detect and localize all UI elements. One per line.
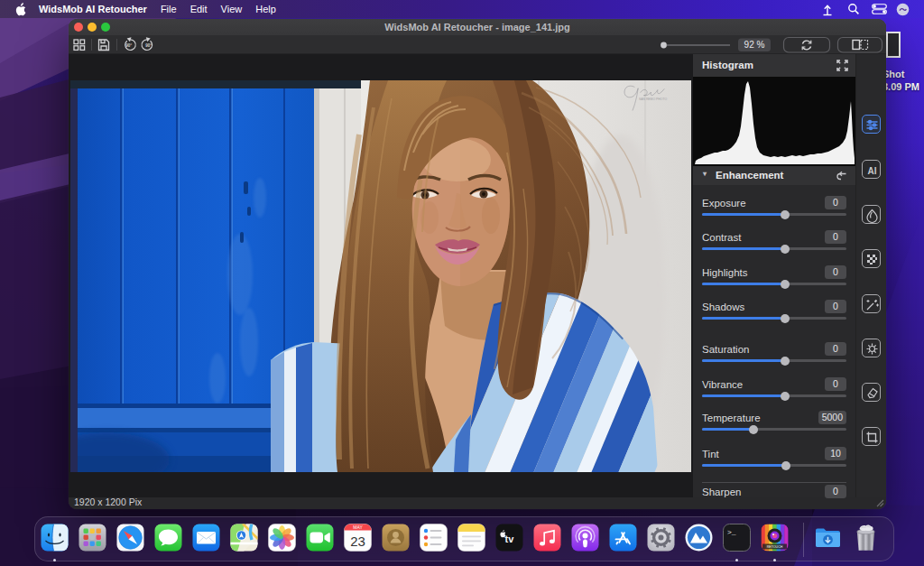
svg-text:tv: tv [504,534,514,544]
svg-text:90°: 90° [125,43,132,48]
svg-text:90°: 90° [145,43,152,48]
svg-text:>_: >_ [727,528,736,536]
svg-text:SAN REMO PHOTO: SAN REMO PHOTO [639,97,667,101]
svg-text:92 %: 92 % [744,40,765,50]
svg-text:MAY: MAY [353,524,363,530]
svg-text:RETOUCH: RETOUCH [766,545,782,549]
svg-text:23: 23 [350,534,365,549]
svg-text:AI: AI [868,166,877,176]
